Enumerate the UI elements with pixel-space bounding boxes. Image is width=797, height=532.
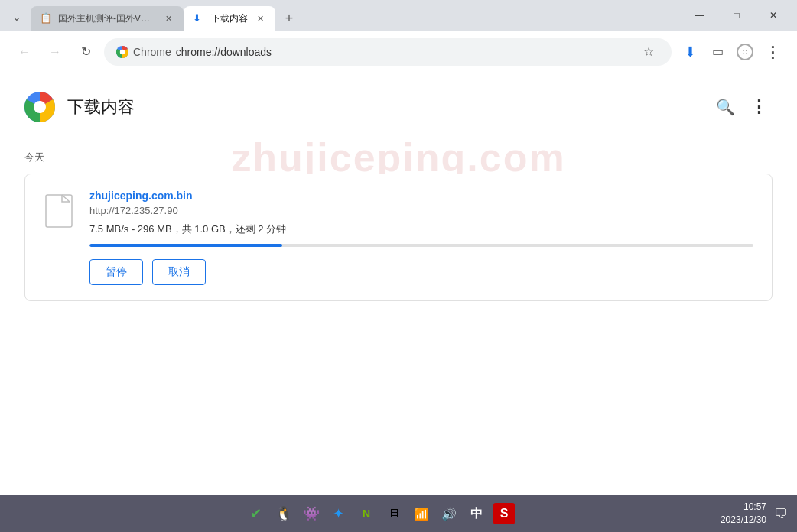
address-content: Chrome chrome://downloads — [116, 46, 632, 58]
tab-close-downloads[interactable]: ✕ — [254, 12, 266, 24]
minimize-button[interactable]: — — [682, 3, 717, 28]
notification-button[interactable]: 🗨 — [774, 506, 788, 522]
search-button[interactable]: 🔍 — [711, 93, 739, 121]
taskbar-icon-volume[interactable]: 🔊 — [438, 503, 460, 524]
download-card-inner: zhujiceping.com.bin http://172.235.27.90… — [44, 190, 753, 285]
tab-favicon-downloads: ⬇ — [193, 12, 205, 24]
progress-bar-container — [89, 244, 753, 247]
download-status: 7.5 MB/s - 296 MB，共 1.0 GB，还剩 2 分钟 — [89, 222, 753, 236]
page-content: zhujiceping.com 下载内容 🔍 ⋮ 今天 — [0, 73, 797, 495]
taskbar: ✔ 🐧 👾 ✦ N 🖥 📶 🔊 中 S 10:57 2023/12/30 🗨 — [0, 495, 797, 532]
clock[interactable]: 10:57 2023/12/30 — [721, 501, 766, 527]
clock-time: 10:57 — [721, 501, 766, 514]
sidebar-toggle-button[interactable]: ▭ — [705, 40, 730, 64]
reload-button[interactable]: ↻ — [73, 40, 98, 64]
address-bar[interactable]: Chrome chrome://downloads ☆ — [104, 38, 672, 66]
profile-button[interactable]: ○ — [733, 40, 757, 64]
taskbar-icon-ime[interactable]: 中 — [466, 503, 487, 524]
section-today-label: 今天 — [0, 135, 797, 174]
more-options-button[interactable]: ⋮ — [760, 40, 785, 64]
forward-button[interactable]: → — [43, 40, 67, 64]
chrome-logo-large — [24, 92, 55, 122]
url-display: chrome://downloads — [176, 46, 272, 58]
taskbar-icon-check[interactable]: ✔ — [246, 503, 267, 524]
tab-favicon-1: 📋 — [40, 12, 52, 24]
title-bar: ⌄ 📋 国外主机测评-国外VPS，国... ✕ ⬇ 下载内容 ✕ + — □ ✕ — [0, 0, 797, 31]
svg-point-4 — [34, 101, 46, 113]
file-icon — [44, 193, 74, 229]
taskbar-icon-penguin[interactable]: 🐧 — [273, 503, 294, 524]
download-actions: 暂停 取消 — [89, 259, 753, 285]
cancel-button[interactable]: 取消 — [152, 259, 206, 285]
tab-title-1: 国外主机测评-国外VPS，国... — [58, 12, 156, 25]
taskbar-icon-wifi[interactable]: 📶 — [411, 503, 432, 524]
taskbar-right: 10:57 2023/12/30 🗨 — [721, 501, 788, 527]
window-controls: — □ ✕ — [676, 0, 797, 31]
toolbar: ← → ↻ Chrome chrome://downloads ☆ ⬇ — [0, 31, 797, 73]
tab-active-downloads[interactable]: ⬇ 下载内容 ✕ — [184, 6, 275, 31]
download-filename[interactable]: zhujiceping.com.bin — [89, 190, 753, 202]
maximize-button[interactable]: □ — [719, 3, 754, 28]
downloads-header: 下载内容 🔍 ⋮ — [0, 73, 797, 135]
browser-name: Chrome — [133, 46, 171, 58]
tab-inactive-1[interactable]: 📋 国外主机测评-国外VPS，国... ✕ — [31, 6, 184, 31]
download-info: zhujiceping.com.bin http://172.235.27.90… — [89, 190, 753, 285]
download-icon: ⬇ — [685, 44, 696, 60]
progress-bar-fill — [89, 244, 282, 247]
tab-title-downloads: 下载内容 — [211, 12, 248, 25]
new-tab-button[interactable]: + — [278, 8, 300, 29]
tab-list-dropdown[interactable]: ⌄ — [6, 6, 28, 28]
taskbar-icon-bluetooth[interactable]: ✦ — [328, 503, 350, 524]
tab-strip: ⌄ 📋 国外主机测评-国外VPS，国... ✕ ⬇ 下载内容 ✕ + — [0, 0, 676, 31]
reload-icon: ↻ — [81, 44, 91, 59]
sidebar-icon: ▭ — [712, 44, 724, 59]
clock-date: 2023/12/30 — [721, 514, 766, 527]
search-icon: 🔍 — [716, 98, 735, 116]
page-title: 下载内容 — [67, 96, 135, 118]
more-options-page-button[interactable]: ⋮ — [745, 93, 773, 121]
more-page-icon: ⋮ — [750, 97, 767, 117]
header-actions: 🔍 ⋮ — [711, 93, 773, 121]
forward-icon: → — [49, 45, 61, 59]
svg-point-2 — [120, 49, 125, 54]
taskbar-center: ✔ 🐧 👾 ✦ N 🖥 📶 🔊 中 S — [246, 503, 515, 524]
file-icon-svg — [45, 194, 73, 228]
bookmark-star-button[interactable]: ☆ — [638, 41, 659, 63]
taskbar-icon-display[interactable]: 🖥 — [383, 503, 405, 524]
toolbar-actions: ⬇ ▭ ○ ⋮ — [678, 40, 785, 64]
download-card: zhujiceping.com.bin http://172.235.27.90… — [24, 174, 773, 301]
pause-button[interactable]: 暂停 — [89, 259, 143, 285]
downloads-title-section: 下载内容 — [24, 92, 135, 122]
back-icon: ← — [18, 45, 31, 59]
more-icon: ⋮ — [765, 43, 780, 61]
taskbar-icon-ghost[interactable]: 👾 — [301, 503, 322, 524]
profile-icon: ○ — [737, 44, 753, 60]
taskbar-icon-nvidia[interactable]: N — [356, 503, 377, 524]
close-button[interactable]: ✕ — [756, 3, 791, 28]
download-status-button[interactable]: ⬇ — [678, 40, 702, 64]
taskbar-icon-s[interactable]: S — [493, 503, 515, 524]
download-url: http://172.235.27.90 — [89, 205, 753, 216]
chrome-logo-small — [116, 46, 128, 58]
tab-close-1[interactable]: ✕ — [162, 12, 174, 24]
back-button[interactable]: ← — [12, 40, 37, 64]
